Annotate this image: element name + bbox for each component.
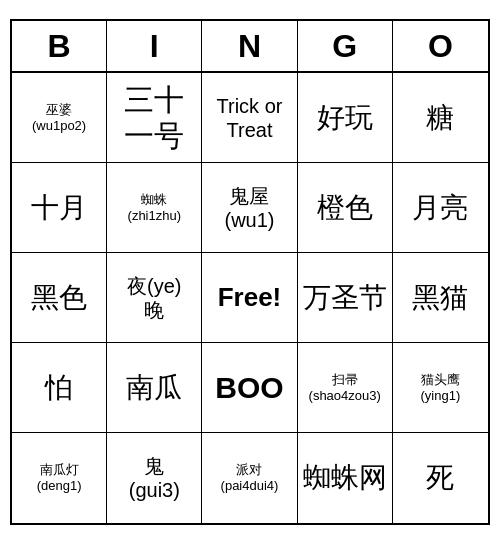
- bingo-cell: 蜘蛛网: [298, 433, 393, 523]
- bingo-cell: 好玩: [298, 73, 393, 163]
- bingo-cell: 巫婆 (wu1po2): [12, 73, 107, 163]
- header-letter: I: [107, 21, 202, 71]
- bingo-cell: 派对 (pai4dui4): [202, 433, 297, 523]
- bingo-cell: 糖: [393, 73, 488, 163]
- bingo-cell: Trick or Treat: [202, 73, 297, 163]
- header-letter: B: [12, 21, 107, 71]
- bingo-cell: 黑色: [12, 253, 107, 343]
- bingo-grid: 巫婆 (wu1po2)三十一号Trick or Treat好玩糖十月蜘蛛 (zh…: [12, 73, 488, 523]
- bingo-cell: 万圣节: [298, 253, 393, 343]
- bingo-cell: Free!: [202, 253, 297, 343]
- bingo-cell: 蜘蛛 (zhi1zhu): [107, 163, 202, 253]
- bingo-cell: 夜(ye) 晚: [107, 253, 202, 343]
- bingo-cell: BOO: [202, 343, 297, 433]
- bingo-cell: 橙色: [298, 163, 393, 253]
- bingo-cell: 十月: [12, 163, 107, 253]
- bingo-cell: 月亮: [393, 163, 488, 253]
- bingo-cell: 扫帚 (shao4zou3): [298, 343, 393, 433]
- bingo-cell: 南瓜: [107, 343, 202, 433]
- bingo-cell: 黑猫: [393, 253, 488, 343]
- bingo-card: BINGO 巫婆 (wu1po2)三十一号Trick or Treat好玩糖十月…: [10, 19, 490, 525]
- bingo-cell: 鬼屋 (wu1): [202, 163, 297, 253]
- bingo-header: BINGO: [12, 21, 488, 73]
- bingo-cell: 怕: [12, 343, 107, 433]
- bingo-cell: 鬼 (gui3): [107, 433, 202, 523]
- header-letter: N: [202, 21, 297, 71]
- bingo-cell: 猫头鹰 (ying1): [393, 343, 488, 433]
- bingo-cell: 死: [393, 433, 488, 523]
- bingo-cell: 三十一号: [107, 73, 202, 163]
- bingo-cell: 南瓜灯 (deng1): [12, 433, 107, 523]
- header-letter: O: [393, 21, 488, 71]
- header-letter: G: [298, 21, 393, 71]
